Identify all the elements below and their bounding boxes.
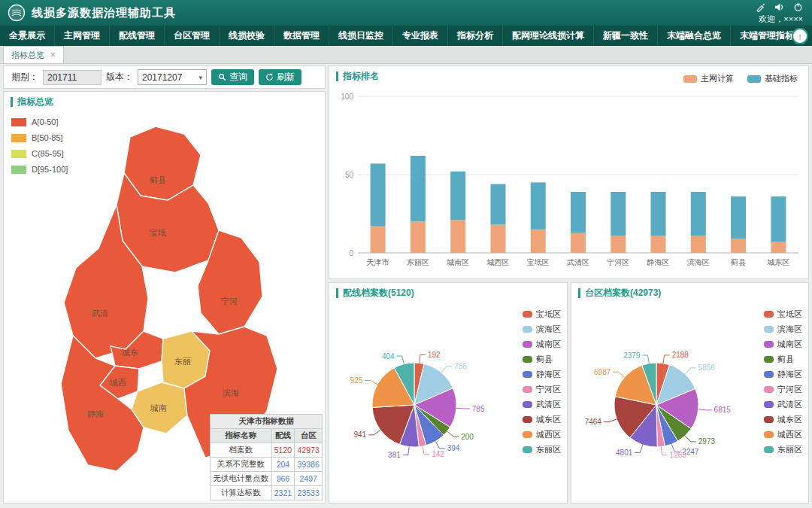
period-input[interactable] xyxy=(43,70,102,85)
bar-segment[interactable] xyxy=(771,196,786,242)
bar-legend-item[interactable]: 主网计算 xyxy=(683,73,734,84)
legend-marker-icon xyxy=(523,401,532,408)
bar-segment[interactable] xyxy=(651,236,666,253)
bar-segment[interactable] xyxy=(371,227,386,253)
legend-marker-icon xyxy=(523,386,532,393)
nav-item-daily-monitor[interactable]: 线损日监控 xyxy=(329,26,393,46)
table-row: 无供电计量点数 966 2497 xyxy=(211,472,323,486)
pie-legend-item[interactable]: 蓟县 xyxy=(764,354,802,365)
version-select[interactable]: 20171207 ▾ xyxy=(138,69,207,85)
nav-item-data-mgmt[interactable]: 数据管理 xyxy=(274,26,329,46)
bar-segment[interactable] xyxy=(450,172,465,220)
pie-legend-item[interactable]: 静海区 xyxy=(523,369,561,380)
app-window: 线损多源数据治理辅助工具 欢迎，×××× 全景展示 主网管理 配线管理 台区管理… xyxy=(0,0,812,508)
legend-label: 滨海区 xyxy=(536,324,561,335)
pie-legend-item[interactable]: 东丽区 xyxy=(764,444,802,455)
nav-item-theory-loss-calc[interactable]: 配网理论线损计算 xyxy=(503,26,594,46)
map-grade-legend: A[0-50]B[50-85]C(85-95]D[95-100] xyxy=(11,117,68,181)
bar-segment[interactable] xyxy=(450,220,465,253)
topbar-right: 欢迎，×××× xyxy=(756,2,803,25)
bar-segment[interactable] xyxy=(411,221,426,253)
pie-legend-item[interactable]: 宁河区 xyxy=(523,384,561,395)
pie-legend-item[interactable]: 城南区 xyxy=(764,339,802,350)
legend-marker-icon xyxy=(747,75,761,83)
pie-legend-item[interactable]: 城东区 xyxy=(764,414,802,425)
app-title: 线损多源数据治理辅助工具 xyxy=(32,6,176,20)
nav-item-station-area[interactable]: 台区管理 xyxy=(165,26,220,46)
nav-item-line-mgmt[interactable]: 配线管理 xyxy=(110,26,165,46)
pie-legend-item[interactable]: 武清区 xyxy=(523,399,561,410)
bar-segment[interactable] xyxy=(531,230,546,253)
nav-item-indicator-analysis[interactable]: 指标分析 xyxy=(448,26,503,46)
nav-item-loss-check[interactable]: 线损校验 xyxy=(220,26,274,46)
tab-indicator-overview[interactable]: 指标总览 × xyxy=(3,46,64,63)
bar-segment[interactable] xyxy=(731,239,746,253)
pie-label: 7464 xyxy=(585,418,602,426)
bar-segment[interactable] xyxy=(491,184,506,225)
pie-label: 381 xyxy=(388,451,401,459)
legend-marker-icon xyxy=(523,371,532,378)
bar-segment[interactable] xyxy=(651,192,666,236)
pie-legend-item[interactable]: 城东区 xyxy=(523,414,561,425)
y-axis-tick: 0 xyxy=(349,249,353,257)
bar-segment[interactable] xyxy=(371,163,386,226)
pie-legend-item[interactable]: 静海区 xyxy=(764,369,802,380)
pie-legend-item[interactable]: 城南区 xyxy=(523,339,561,350)
nav-item-pro-report[interactable]: 专业报表 xyxy=(393,26,448,46)
legend-label: 城东区 xyxy=(536,414,561,425)
pie-label-line xyxy=(698,409,712,410)
pie-label-line xyxy=(397,356,404,364)
pie-legend-item[interactable]: 宝坻区 xyxy=(764,309,802,320)
pie-legend-item[interactable]: 宝坻区 xyxy=(523,309,561,320)
legend-marker-icon xyxy=(523,326,532,333)
pie-legend-item[interactable]: 滨海区 xyxy=(523,324,561,335)
speaker-icon[interactable] xyxy=(774,2,784,12)
nav-item-consistency[interactable]: 新疆一致性 xyxy=(594,26,658,46)
chevron-down-icon: ▾ xyxy=(198,74,202,81)
pie-legend-item[interactable]: 滨海区 xyxy=(764,324,802,335)
query-button[interactable]: 查询 xyxy=(211,69,254,85)
y-axis-tick: 50 xyxy=(345,171,354,179)
line-archive-pie-chart: 192756785200394142381941925404 xyxy=(335,309,498,497)
bar-segment[interactable] xyxy=(691,192,706,236)
map-label: 武清 xyxy=(92,309,108,318)
nav-item-main-grid[interactable]: 主网管理 xyxy=(55,26,110,46)
stats-value: 5120 xyxy=(271,443,295,458)
legend-marker-icon xyxy=(523,311,532,318)
bar-segment[interactable] xyxy=(731,196,746,239)
legend-marker-icon xyxy=(764,386,774,393)
x-axis-label: 城东区 xyxy=(766,258,789,266)
bar-segment[interactable] xyxy=(411,156,426,221)
version-select-value: 20171207 xyxy=(142,72,182,83)
scroll-top-circle-button[interactable]: ↑ xyxy=(792,28,808,44)
bar-legend-item[interactable]: 基础指标 xyxy=(747,73,798,84)
tab-close-icon[interactable]: × xyxy=(50,50,56,60)
bar-segment[interactable] xyxy=(491,225,506,253)
station-archive-pie-panel: 台区档案数(42973) 218858566815297322471263480… xyxy=(571,282,809,503)
bar-segment[interactable] xyxy=(571,192,586,233)
pie-label-line xyxy=(685,368,696,374)
bar-segment[interactable] xyxy=(611,192,626,236)
nav-more-button[interactable]: › xyxy=(777,26,786,46)
stats-value: 2497 xyxy=(295,472,323,486)
pie-legend-item[interactable]: 城西区 xyxy=(764,429,802,440)
nav-item-terminal-fusion-overview[interactable]: 末端融合总览 xyxy=(658,26,731,46)
bar-segment[interactable] xyxy=(611,236,626,253)
x-axis-label: 东丽区 xyxy=(407,258,429,266)
refresh-button[interactable]: 刷新 xyxy=(259,69,301,85)
pie-label: 394 xyxy=(447,444,460,452)
power-icon[interactable] xyxy=(793,2,803,12)
nav-item-panorama[interactable]: 全景展示 xyxy=(0,26,55,46)
pie-legend-item[interactable]: 宁河区 xyxy=(764,384,802,395)
bar-segment[interactable] xyxy=(531,182,546,229)
pie-legend-item[interactable]: 城西区 xyxy=(523,429,561,440)
pie-label: 404 xyxy=(382,352,395,360)
pie-legend-item[interactable]: 蓟县 xyxy=(523,354,561,365)
bar-segment[interactable] xyxy=(691,236,706,253)
legend-swatch-icon xyxy=(11,134,26,142)
pen-icon[interactable] xyxy=(756,2,765,12)
pie-legend-item[interactable]: 东丽区 xyxy=(523,444,561,455)
pie-legend-item[interactable]: 武清区 xyxy=(764,399,802,410)
bar-segment[interactable] xyxy=(771,242,786,253)
bar-segment[interactable] xyxy=(571,233,586,253)
